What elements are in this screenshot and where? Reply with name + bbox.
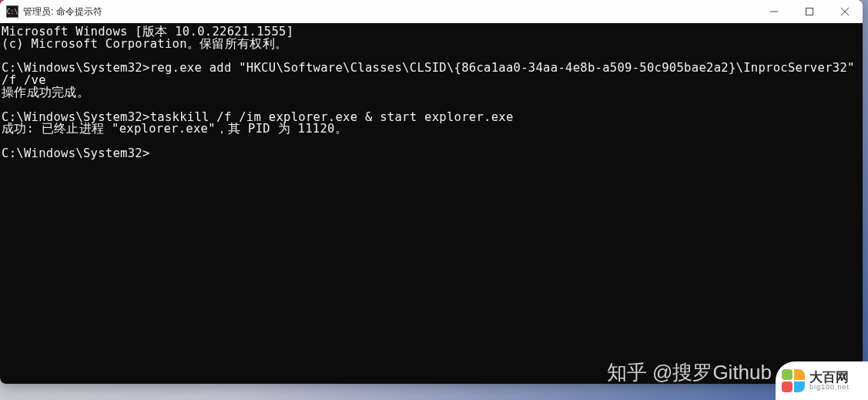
logo-icon — [782, 369, 805, 392]
output-line: C:\Windows\System32>reg.exe add "HKCU\So… — [2, 61, 862, 87]
window-icon: C:\ — [6, 5, 18, 18]
close-button[interactable] — [827, 0, 863, 23]
svg-rect-1 — [806, 8, 813, 15]
maximize-icon — [806, 8, 813, 15]
minimize-icon — [770, 8, 778, 15]
maximize-button[interactable] — [792, 0, 827, 23]
window-title: 管理员: 命令提示符 — [23, 5, 102, 18]
titlebar[interactable]: C:\ 管理员: 命令提示符 — [0, 0, 863, 23]
site-domain: big100.net — [809, 384, 850, 391]
minimize-button[interactable] — [756, 0, 792, 23]
output-line: 成功: 已终止进程 "explorer.exe"，其 PID 为 11120。 — [2, 122, 347, 136]
site-logo: 大百网 big100.net — [776, 361, 868, 400]
close-icon — [841, 8, 849, 15]
prompt-line: C:\Windows\System32> — [2, 146, 150, 160]
cursor — [150, 149, 156, 160]
output-line: (c) Microsoft Corporation。保留所有权利。 — [2, 37, 287, 51]
command-prompt-window: C:\ 管理员: 命令提示符 Microsoft Windows [版本 10.… — [0, 0, 863, 384]
site-name: 大百网 — [809, 371, 850, 384]
window-controls — [756, 0, 863, 23]
terminal-output[interactable]: Microsoft Windows [版本 10.0.22621.1555] (… — [0, 23, 863, 384]
output-line: 操作成功完成。 — [2, 86, 89, 99]
